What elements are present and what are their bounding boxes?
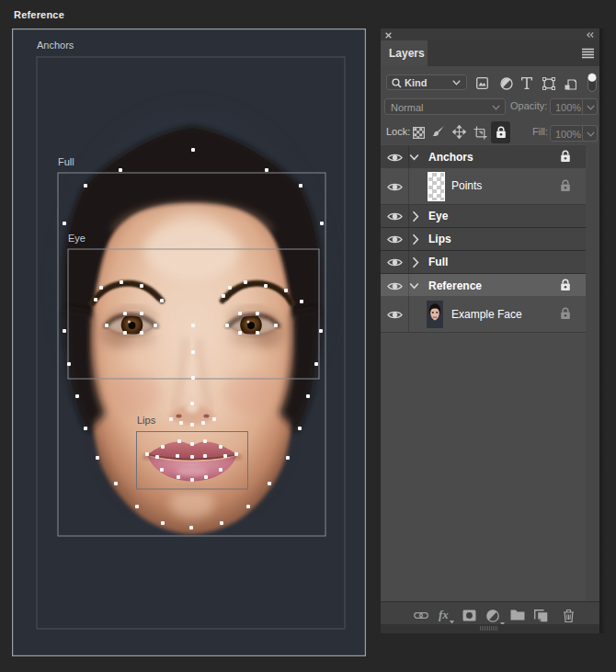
svg-text:Full: Full <box>58 156 74 167</box>
svg-text:Lips: Lips <box>137 415 156 426</box>
svg-text:Eye: Eye <box>68 233 86 244</box>
svg-text:Anchors: Anchors <box>37 40 74 51</box>
